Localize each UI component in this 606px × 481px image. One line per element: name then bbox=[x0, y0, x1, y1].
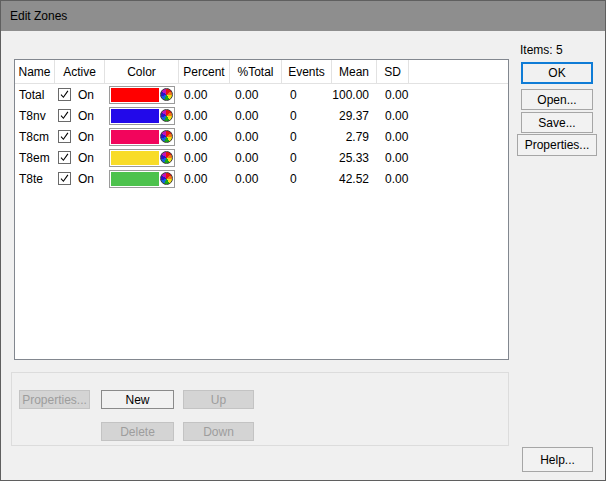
new-zone-button[interactable]: New bbox=[101, 390, 174, 409]
active-checkbox[interactable] bbox=[58, 130, 71, 143]
zone-events: 0 bbox=[282, 151, 332, 165]
zone-events: 0 bbox=[282, 109, 332, 123]
zone-name: T8te bbox=[15, 172, 55, 186]
zone-mean: 42.52 bbox=[332, 172, 377, 186]
help-button[interactable]: Help... bbox=[522, 447, 593, 472]
ok-button[interactable]: OK bbox=[521, 62, 593, 84]
zone-color-cell bbox=[105, 149, 179, 167]
color-swatch-button[interactable] bbox=[109, 107, 175, 125]
column-header-filler bbox=[409, 60, 508, 83]
zone-active-cell: On bbox=[55, 130, 105, 144]
zone-percent: 0.00 bbox=[179, 172, 230, 186]
color-swatch-button[interactable] bbox=[109, 149, 175, 167]
open-button[interactable]: Open... bbox=[521, 89, 593, 110]
color-fill bbox=[111, 88, 159, 102]
active-label: On bbox=[78, 130, 94, 144]
color-fill bbox=[111, 109, 159, 123]
color-wheel-icon bbox=[160, 88, 173, 101]
zone-active-cell: On bbox=[55, 172, 105, 186]
zone-active-cell: On bbox=[55, 88, 105, 102]
window-title: Edit Zones bbox=[10, 9, 67, 23]
column-header-pct-total[interactable]: %Total bbox=[230, 60, 282, 83]
column-header-active[interactable]: Active bbox=[55, 60, 105, 83]
table-body: Total On 0.00 0.00 0 100.00 0.00 T8nv bbox=[15, 84, 508, 189]
zone-name: Total bbox=[15, 88, 55, 102]
move-down-button[interactable]: Down bbox=[183, 422, 254, 441]
zone-events: 0 bbox=[282, 88, 332, 102]
properties-button[interactable]: Properties... bbox=[517, 134, 597, 156]
column-header-color[interactable]: Color bbox=[105, 60, 179, 83]
zone-sd: 0.00 bbox=[377, 172, 409, 186]
active-checkbox[interactable] bbox=[58, 151, 71, 164]
color-fill bbox=[111, 151, 159, 165]
zones-table: Name Active Color Percent %Total Events … bbox=[14, 59, 509, 360]
color-wheel-icon bbox=[160, 151, 173, 164]
zone-percent: 0.00 bbox=[179, 151, 230, 165]
table-row[interactable]: T8nv On 0.00 0.00 0 29.37 0.00 bbox=[15, 105, 508, 126]
column-header-events[interactable]: Events bbox=[282, 60, 332, 83]
move-up-button[interactable]: Up bbox=[183, 390, 254, 409]
zone-mean: 29.37 bbox=[332, 109, 377, 123]
zone-name: T8cm bbox=[15, 130, 55, 144]
table-header: Name Active Color Percent %Total Events … bbox=[15, 60, 508, 84]
zone-color-cell bbox=[105, 170, 179, 188]
zone-percent: 0.00 bbox=[179, 130, 230, 144]
table-row[interactable]: T8cm On 0.00 0.00 0 2.79 0.00 bbox=[15, 126, 508, 147]
table-row[interactable]: Total On 0.00 0.00 0 100.00 0.00 bbox=[15, 84, 508, 105]
zone-actions-group bbox=[11, 372, 509, 446]
active-label: On bbox=[78, 109, 94, 123]
titlebar[interactable]: Edit Zones bbox=[1, 1, 605, 31]
zone-pct-total: 0.00 bbox=[230, 151, 282, 165]
zone-sd: 0.00 bbox=[377, 130, 409, 144]
column-header-name[interactable]: Name bbox=[15, 60, 55, 83]
zone-name: T8em bbox=[15, 151, 55, 165]
zone-events: 0 bbox=[282, 130, 332, 144]
column-header-mean[interactable]: Mean bbox=[332, 60, 377, 83]
zone-active-cell: On bbox=[55, 151, 105, 165]
zone-active-cell: On bbox=[55, 109, 105, 123]
active-label: On bbox=[78, 172, 94, 186]
zone-pct-total: 0.00 bbox=[230, 172, 282, 186]
active-checkbox[interactable] bbox=[58, 109, 71, 122]
active-label: On bbox=[78, 151, 94, 165]
zone-mean: 100.00 bbox=[332, 88, 377, 102]
active-checkbox[interactable] bbox=[58, 88, 71, 101]
zone-mean: 2.79 bbox=[332, 130, 377, 144]
zone-color-cell bbox=[105, 107, 179, 125]
zone-sd: 0.00 bbox=[377, 88, 409, 102]
color-wheel-icon bbox=[160, 130, 173, 143]
zone-percent: 0.00 bbox=[179, 109, 230, 123]
zone-percent: 0.00 bbox=[179, 88, 230, 102]
color-wheel-icon bbox=[160, 172, 173, 185]
edit-zones-dialog: Edit Zones Items: 5 Name Active Color Pe… bbox=[0, 0, 606, 481]
zone-properties-button[interactable]: Properties... bbox=[19, 390, 90, 409]
color-swatch-button[interactable] bbox=[109, 86, 175, 104]
column-header-sd[interactable]: SD bbox=[377, 60, 409, 83]
zone-events: 0 bbox=[282, 172, 332, 186]
color-wheel-icon bbox=[160, 109, 173, 122]
table-row[interactable]: T8te On 0.00 0.00 0 42.52 0.00 bbox=[15, 168, 508, 189]
zone-color-cell bbox=[105, 86, 179, 104]
zone-color-cell bbox=[105, 128, 179, 146]
active-checkbox[interactable] bbox=[58, 172, 71, 185]
color-swatch-button[interactable] bbox=[109, 170, 175, 188]
zone-name: T8nv bbox=[15, 109, 55, 123]
save-button[interactable]: Save... bbox=[521, 112, 593, 133]
zone-sd: 0.00 bbox=[377, 109, 409, 123]
color-fill bbox=[111, 130, 159, 144]
zone-sd: 0.00 bbox=[377, 151, 409, 165]
delete-zone-button[interactable]: Delete bbox=[101, 422, 174, 441]
items-count-label: Items: 5 bbox=[520, 43, 563, 57]
zone-mean: 25.33 bbox=[332, 151, 377, 165]
table-row[interactable]: T8em On 0.00 0.00 0 25.33 0.00 bbox=[15, 147, 508, 168]
color-fill bbox=[111, 172, 159, 186]
zone-pct-total: 0.00 bbox=[230, 130, 282, 144]
zone-pct-total: 0.00 bbox=[230, 88, 282, 102]
active-label: On bbox=[78, 88, 94, 102]
zone-pct-total: 0.00 bbox=[230, 109, 282, 123]
column-header-percent[interactable]: Percent bbox=[179, 60, 230, 83]
color-swatch-button[interactable] bbox=[109, 128, 175, 146]
